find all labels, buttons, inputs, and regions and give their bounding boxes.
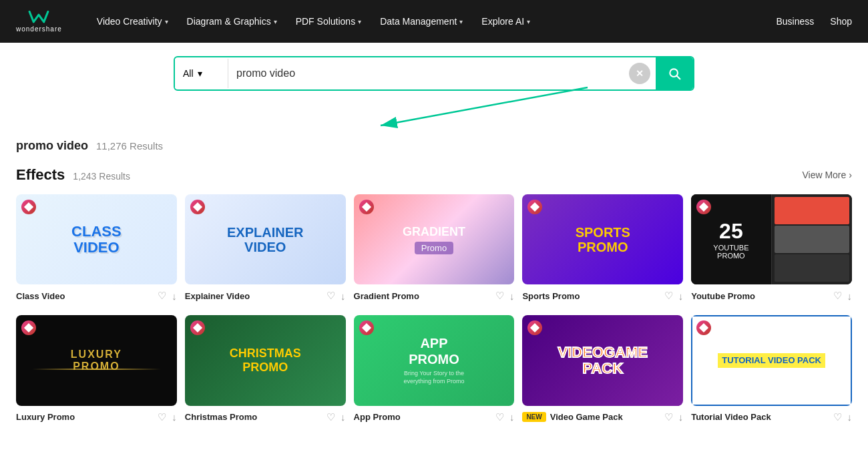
thumbnail-luxury: LUXURYPROMO	[16, 315, 177, 405]
new-badge: NEW	[522, 412, 546, 422]
card-title: Sports Promo	[522, 291, 580, 301]
card-app-promo[interactable]: APPPROMO Bring Your Story to theeverythi…	[354, 315, 515, 425]
search-icon	[668, 67, 681, 80]
search-button[interactable]	[656, 57, 693, 89]
download-icon[interactable]: ↓	[509, 290, 515, 302]
heart-icon[interactable]: ♡	[495, 290, 504, 302]
card-actions: ♡ ↓	[495, 290, 515, 302]
results-query: promo video	[16, 139, 88, 153]
results-info: promo video 11,276 Results	[0, 131, 868, 166]
card-thumbnail: GRADIENT Promo	[354, 194, 515, 284]
svg-line-1	[677, 76, 680, 79]
card-explainer-video[interactable]: EXPLAINERVIDEO Explainer Video ♡ ↓	[185, 194, 346, 304]
section-result-count: 1,243 Results	[73, 171, 130, 182]
card-class-video[interactable]: CLASSVIDEO Class Video ♡ ↓	[16, 194, 177, 304]
search-clear-button[interactable]: ✕	[629, 63, 650, 84]
thumbnail-sports: SPORTSPROMO	[522, 194, 683, 284]
section-title-area: Effects 1,243 Results	[16, 166, 130, 184]
card-thumbnail: APPPROMO Bring Your Story to theeverythi…	[354, 315, 515, 405]
svg-line-3	[381, 87, 588, 126]
card-title: Tutorial Video Pack	[691, 412, 771, 422]
card-thumbnail: CLASSVIDEO	[16, 194, 177, 284]
nav-item-video-creativity[interactable]: Video Creativity ▾	[89, 11, 176, 32]
nav-item-business[interactable]: Business	[776, 16, 814, 27]
card-info: Explainer Video ♡ ↓	[185, 290, 346, 304]
download-icon[interactable]: ↓	[172, 290, 177, 302]
card-thumbnail: Tutorial Video Pack	[691, 315, 852, 405]
card-actions: ♡ ↓	[327, 290, 346, 302]
download-icon[interactable]: ↓	[172, 411, 177, 423]
heart-icon[interactable]: ♡	[495, 411, 504, 423]
card-sports-promo[interactable]: SPORTSPROMO Sports Promo ♡ ↓	[522, 194, 683, 304]
download-icon[interactable]: ↓	[678, 411, 684, 423]
search-filter-dropdown[interactable]: All ▾	[175, 59, 228, 88]
card-info: Tutorial Video Pack ♡ ↓	[691, 411, 852, 426]
card-youtube-promo[interactable]: 25 YOUTUBEPROMO Youtube Promo ♡ ↓	[691, 194, 852, 304]
section-title: Effects	[16, 166, 65, 184]
card-thumbnail: CHRISTMASPROMO	[185, 315, 346, 405]
card-luxury-promo[interactable]: LUXURYPROMO Luxury Promo ♡ ↓	[16, 315, 177, 425]
card-info: Gradient Promo ♡ ↓	[354, 290, 515, 304]
heart-icon[interactable]: ♡	[327, 290, 335, 302]
brand-name: wondershare	[16, 25, 62, 33]
card-actions: ♡ ↓	[327, 411, 346, 423]
card-title: Luxury Promo	[16, 412, 75, 422]
download-icon[interactable]: ↓	[847, 411, 853, 423]
thumbnail-app: APPPROMO Bring Your Story to theeverythi…	[354, 315, 515, 405]
heart-icon[interactable]: ♡	[664, 411, 673, 423]
card-thumbnail: VIDEOGAMEPACK	[522, 315, 683, 405]
nav-item-pdf-solutions[interactable]: PDF Solutions ▾	[288, 11, 369, 32]
nav-menu: Video Creativity ▾ Diagram & Graphics ▾ …	[89, 11, 755, 32]
card-tutorial-video-pack[interactable]: Tutorial Video Pack Tutorial Video Pack …	[691, 315, 852, 425]
heart-icon[interactable]: ♡	[327, 411, 335, 423]
effects-section-header: Effects 1,243 Results View More ›	[0, 166, 868, 194]
download-icon[interactable]: ↓	[509, 411, 515, 423]
heart-icon[interactable]: ♡	[833, 290, 842, 302]
thumbnail-explainer: EXPLAINERVIDEO	[185, 194, 346, 284]
nav-item-explore-ai[interactable]: Explore AI ▾	[473, 11, 538, 32]
card-info: App Promo ♡ ↓	[354, 411, 515, 426]
cards-row-1: CLASSVIDEO Class Video ♡ ↓ EXPLAINERVIDE…	[0, 194, 868, 304]
dropdown-chevron-icon: ▾	[198, 68, 202, 79]
card-videogame-pack[interactable]: VIDEOGAMEPACK NEW Video Game Pack ♡ ↓	[522, 315, 683, 425]
chevron-down-icon: ▾	[274, 18, 277, 25]
premium-badge	[21, 200, 36, 214]
nav-item-data-management[interactable]: Data Management ▾	[372, 11, 471, 32]
download-icon[interactable]: ↓	[341, 411, 346, 423]
card-info: Christmas Promo ♡ ↓	[185, 411, 346, 426]
heart-icon[interactable]: ♡	[158, 290, 166, 302]
thumbnail-christmas: CHRISTMASPROMO	[185, 315, 346, 405]
premium-badge	[359, 320, 374, 335]
card-info: Sports Promo ♡ ↓	[522, 290, 683, 304]
download-icon[interactable]: ↓	[678, 290, 684, 302]
card-thumbnail: EXPLAINERVIDEO	[185, 194, 346, 284]
card-title: App Promo	[354, 412, 401, 422]
card-info: Luxury Promo ♡ ↓	[16, 411, 177, 426]
heart-icon[interactable]: ♡	[664, 290, 673, 302]
logo[interactable]: wondershare	[16, 11, 62, 33]
card-info: Youtube Promo ♡ ↓	[691, 290, 852, 304]
download-icon[interactable]: ↓	[847, 290, 853, 302]
heart-icon[interactable]: ♡	[158, 411, 166, 423]
card-title-row: NEW Video Game Pack	[522, 412, 622, 422]
card-info: Class Video ♡ ↓	[16, 290, 177, 304]
card-info: NEW Video Game Pack ♡ ↓	[522, 411, 683, 426]
card-title: Explainer Video	[185, 291, 250, 301]
nav-right: Business Shop	[776, 16, 852, 27]
view-more-button[interactable]: View More ›	[802, 170, 852, 180]
cards-row-2: LUXURYPROMO Luxury Promo ♡ ↓ CHRISTMASPR…	[0, 315, 868, 425]
heart-icon[interactable]: ♡	[833, 411, 842, 423]
nav-item-shop[interactable]: Shop	[830, 16, 852, 27]
card-actions: ♡ ↓	[833, 290, 853, 302]
chevron-down-icon: ▾	[165, 18, 168, 25]
thumbnail-youtube: 25 YOUTUBEPROMO	[691, 194, 852, 284]
card-actions: ♡ ↓	[833, 411, 853, 423]
card-gradient-promo[interactable]: GRADIENT Promo Gradient Promo ♡ ↓	[354, 194, 515, 304]
download-icon[interactable]: ↓	[341, 290, 346, 302]
card-christmas-promo[interactable]: CHRISTMASPROMO Christmas Promo ♡ ↓	[185, 315, 346, 425]
thumbnail-videogame: VIDEOGAMEPACK	[522, 315, 683, 405]
premium-badge	[359, 200, 374, 214]
nav-item-diagram-graphics[interactable]: Diagram & Graphics ▾	[179, 11, 285, 32]
card-thumbnail: LUXURYPROMO	[16, 315, 177, 405]
card-actions: ♡ ↓	[158, 290, 177, 302]
